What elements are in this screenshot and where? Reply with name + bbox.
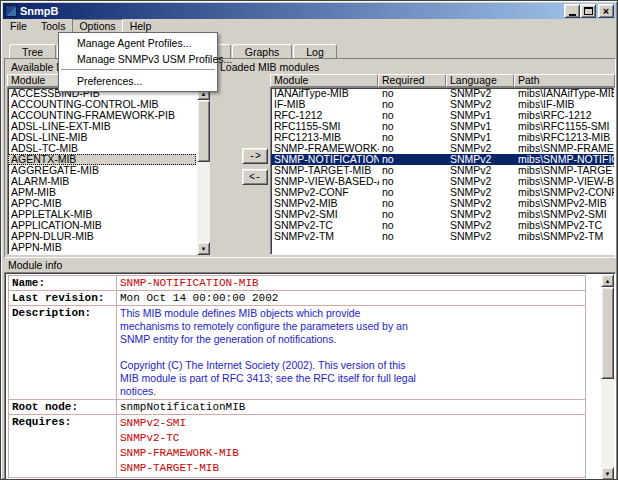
available-item[interactable]: ADSL-LINE-MIB	[8, 132, 196, 143]
info-label-root-node: Root node:	[9, 400, 117, 415]
available-item-selected[interactable]: AGENTX-MIB	[8, 154, 196, 165]
window-title: SnmpB	[20, 5, 59, 17]
menu-help[interactable]: Help	[123, 19, 159, 33]
menu-options[interactable]: Options	[72, 19, 122, 33]
available-item[interactable]: APPLETALK-MIB	[8, 209, 196, 220]
info-row-root-node: Root node: snmpNotificationMIB	[9, 400, 586, 415]
loaded-row[interactable]: SNMPv2-TCnoSNMPv2mibs\SNMPv2-TC	[271, 220, 614, 231]
requires-item: SNMPv2-TC	[120, 431, 582, 446]
loaded-mib-table: IANAifType-MIBnoSNMPv2mibs\IANAifType-MI…	[270, 87, 615, 255]
menu-bar: File Tools Options Help	[3, 19, 616, 33]
info-value-revision: Mon Oct 14 00:00:00 2002	[117, 291, 586, 306]
available-item[interactable]: APPC-MIB	[8, 198, 196, 209]
loaded-row[interactable]: SNMPv2-MIBnoSNMPv2mibs\SNMPv2-MIB	[271, 198, 614, 209]
info-value-requires: SNMPv2-SMI SNMPv2-TC SNMP-FRAMEWORK-MIB …	[117, 415, 586, 478]
snmpb-window: SnmpB × File Tools Options Help Tree Edi…	[0, 0, 618, 480]
requires-item: SNMP-FRAMEWORK-MIB	[120, 446, 582, 461]
menu-item-manage-usm-profiles[interactable]: Manage SNMPv3 USM Profiles...	[60, 51, 216, 67]
loaded-panel-title: Loaded MIB modules	[214, 61, 615, 74]
loaded-row[interactable]: SNMP-VIEW-BASED-ACM-MIBnoSNMPv2mibs\SNMP…	[271, 176, 614, 187]
available-item[interactable]: ACCOUNTING-CONTROL-MIB	[8, 99, 196, 110]
loaded-row[interactable]: RFC1155-SMInoSNMPv1mibs\RFC1155-SMI	[271, 121, 614, 132]
loaded-column-required[interactable]: Required	[378, 74, 446, 87]
loaded-row[interactable]: SNMP-TARGET-MIBnoSNMPv2mibs\SNMP-TARGET-…	[271, 165, 614, 176]
menu-file[interactable]: File	[3, 19, 34, 33]
tab-log[interactable]: Log	[293, 44, 337, 59]
title-bar[interactable]: SnmpB ×	[3, 3, 616, 19]
requires-item: SNMP-TARGET-MIB	[120, 461, 582, 476]
maximize-button[interactable]	[580, 4, 596, 18]
add-module-button[interactable]: ->	[242, 148, 268, 164]
close-icon: ×	[603, 6, 609, 16]
loaded-row-selected[interactable]: SNMP-NOTIFICATION-MIBnoSNMPv2mibs\SNMP-N…	[271, 154, 614, 165]
available-item[interactable]: ADSL-TC-MIB	[8, 143, 196, 154]
info-label-revision: Last revision:	[9, 291, 117, 306]
available-list-scrollbar[interactable]: ▲ ▼	[197, 87, 210, 255]
requires-item: SNMPv2-SMI	[120, 416, 582, 431]
scrollbar-thumb[interactable]	[601, 287, 614, 379]
minimize-icon	[569, 14, 576, 16]
info-row-description: Description: This MIB module defines MIB…	[9, 306, 586, 400]
module-info-title: Module info	[4, 259, 616, 272]
menu-item-manage-agent-profiles[interactable]: Manage Agent Profiles...	[60, 35, 216, 51]
loaded-row[interactable]: IANAifType-MIBnoSNMPv2mibs\IANAifType-MI…	[271, 88, 614, 99]
info-row-requires: Requires: SNMPv2-SMI SNMPv2-TC SNMP-FRAM…	[9, 415, 586, 478]
tab-graphs[interactable]: Graphs	[232, 44, 292, 59]
scroll-up-icon[interactable]: ▲	[601, 274, 614, 287]
loaded-column-headers: Module Required Language Path	[270, 74, 615, 87]
scrollbar-thumb[interactable]	[197, 100, 210, 162]
info-value-description: This MIB module defines MIB objects whic…	[117, 306, 586, 400]
module-info-panel: Name: SNMP-NOTIFICATION-MIB Last revisio…	[4, 272, 616, 480]
minimize-button[interactable]	[564, 4, 580, 18]
available-item[interactable]: APPN-DLUR-MIB	[8, 231, 196, 242]
available-item[interactable]: AGGREGATE-MIB	[8, 165, 196, 176]
remove-module-button[interactable]: <-	[242, 169, 268, 185]
info-label-description: Description:	[9, 306, 117, 400]
loaded-column-module[interactable]: Module	[270, 74, 378, 87]
loaded-row[interactable]: SNMPv2-TMnoSNMPv2mibs\SNMPv2-TM	[271, 231, 614, 242]
available-item[interactable]: ADSL-LINE-EXT-MIB	[8, 121, 196, 132]
options-dropdown-menu: Manage Agent Profiles... Manage SNMPv3 U…	[58, 32, 218, 92]
info-label-requires: Requires:	[9, 415, 117, 478]
loaded-row[interactable]: SNMPv2-CONFnoSNMPv2mibs\SNMPv2-CONF	[271, 187, 614, 198]
info-value-root-node: snmpNotificationMIB	[117, 400, 586, 415]
available-item[interactable]: ACCOUNTING-FRAMEWORK-PIB	[8, 110, 196, 121]
info-row-revision: Last revision: Mon Oct 14 00:00:00 2002	[9, 291, 586, 306]
available-mib-list: ACCESSBIND-PIB ACCOUNTING-CONTROL-MIB AC…	[7, 87, 197, 255]
loaded-row[interactable]: IF-MIBnoSNMPv2mibs\IF-MIB	[271, 99, 614, 110]
scroll-down-icon[interactable]: ▼	[197, 242, 210, 255]
close-button[interactable]: ×	[598, 4, 614, 18]
available-item[interactable]: APPLICATION-MIB	[8, 220, 196, 231]
loaded-column-path[interactable]: Path	[514, 74, 615, 87]
available-item[interactable]: ALARM-MIB	[8, 176, 196, 187]
module-info-scrollbar[interactable]: ▲ ▼	[601, 274, 614, 480]
loaded-column-language[interactable]: Language	[446, 74, 514, 87]
menu-tools[interactable]: Tools	[34, 19, 73, 33]
info-value-name: SNMP-NOTIFICATION-MIB	[117, 276, 586, 291]
module-info-table: Name: SNMP-NOTIFICATION-MIB Last revisio…	[8, 275, 586, 478]
menu-separator	[61, 69, 215, 71]
loaded-row[interactable]: RFC1213-MIBnoSNMPv1mibs\RFC1213-MIB	[271, 132, 614, 143]
maximize-icon	[584, 7, 593, 15]
available-item[interactable]: APPN-MIB	[8, 242, 196, 253]
scroll-down-icon[interactable]: ▼	[601, 467, 614, 480]
loaded-row[interactable]: SNMPv2-SMInoSNMPv2mibs\SNMPv2-SMI	[271, 209, 614, 220]
loaded-row[interactable]: SNMP-FRAMEWORK-MIBnoSNMPv2mibs\SNMP-FRAM…	[271, 143, 614, 154]
available-item[interactable]: APM-MIB	[8, 187, 196, 198]
tab-tree[interactable]: Tree	[9, 44, 56, 59]
menu-item-preferences[interactable]: Preferences...	[60, 73, 216, 89]
info-row-name: Name: SNMP-NOTIFICATION-MIB	[9, 276, 586, 291]
info-label-name: Name:	[9, 276, 117, 291]
description-paragraph-2: Copyright (C) The Internet Society (2002…	[120, 359, 420, 398]
loaded-row[interactable]: RFC-1212noSNMPv1mibs\RFC-1212	[271, 110, 614, 121]
description-paragraph-1: This MIB module defines MIB objects whic…	[120, 307, 420, 346]
app-icon	[5, 5, 17, 17]
